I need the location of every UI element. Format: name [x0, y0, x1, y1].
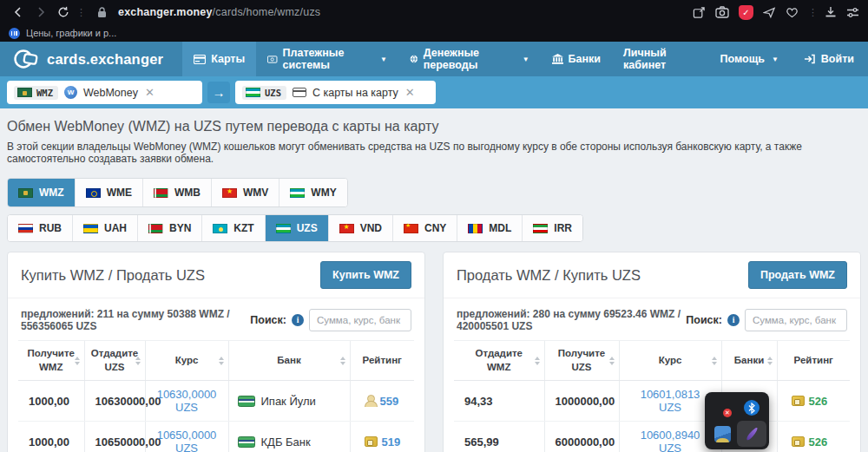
tab-byn[interactable]: BYN: [138, 215, 202, 241]
sell-panel: Продать WMZ / Купить UZS Продать WMZ пре…: [443, 252, 861, 452]
tab-label: CNY: [424, 222, 446, 234]
settings-sliders-icon[interactable]: [846, 7, 859, 18]
sell-search-input[interactable]: [745, 309, 847, 331]
logo-icon: [12, 49, 40, 69]
nav-item-help[interactable]: Помощь▼: [709, 42, 790, 76]
tab-label: WMZ: [39, 187, 64, 199]
col-bank[interactable]: Банк: [228, 341, 350, 381]
card-icon: [194, 55, 206, 64]
table-row[interactable]: 565,99 6000000,00 10600,8940 UZS 526: [454, 422, 850, 452]
bluetooth-icon[interactable]: [737, 395, 766, 421]
to-currency-select[interactable]: UZS С карты на карту ✕: [235, 81, 436, 104]
downloads-icon[interactable]: [825, 6, 837, 18]
nav-item-payment-systems[interactable]: Платежные системы▼: [256, 42, 398, 76]
nav-label: Карты: [211, 53, 245, 65]
site-logo[interactable]: cards.exchanger: [0, 49, 182, 69]
forward-icon[interactable]: [31, 3, 50, 22]
user-rating-icon: [365, 395, 376, 407]
info-icon[interactable]: i: [292, 314, 304, 326]
toolbar-divider: ⋮: [76, 7, 83, 18]
site-navbar: cards.exchanger Карты Платежные системы▼…: [0, 42, 868, 76]
col-get-uzs[interactable]: ПолучитеUZS: [544, 341, 619, 381]
adblock-shield-icon[interactable]: ✓: [739, 5, 753, 20]
uzbekistan-flag-icon: [276, 224, 291, 233]
tab-uah[interactable]: UAH: [73, 215, 138, 241]
tab-label: KZT: [233, 222, 253, 234]
tab-mdl[interactable]: MDL: [457, 215, 523, 241]
currency-tabs: RUB UAH BYN KZT UZS VND CNY MDL IRR: [7, 214, 583, 242]
tab-rub[interactable]: RUB: [8, 215, 73, 241]
tab-irr[interactable]: IRR: [523, 215, 582, 241]
rate-link[interactable]: 10601,0813 UZS: [641, 388, 700, 414]
col-rate[interactable]: Курс: [145, 341, 228, 381]
url-host: exchanger.money: [118, 6, 213, 18]
security-shield-icon[interactable]: ✕: [707, 395, 737, 421]
sort-icon: [609, 357, 615, 365]
rate-link[interactable]: 10600,8940 UZS: [641, 429, 700, 452]
feather-app-icon[interactable]: [737, 421, 766, 447]
col-give-uzs[interactable]: ОтдадитеUZS: [84, 341, 145, 381]
nav-label: Денежные переводы: [424, 47, 516, 71]
table-row[interactable]: 94,33 1000000,00 10601,0813 UZS 526: [454, 381, 850, 422]
col-get-wmz[interactable]: ПолучитеWMZ: [18, 341, 84, 381]
bookmark-item[interactable]: Цены, графики и р...: [26, 28, 116, 38]
buy-search-input[interactable]: [309, 309, 411, 331]
nav-item-banks[interactable]: Банки: [541, 42, 612, 76]
rating-link[interactable]: 526: [809, 436, 828, 449]
col-rating: Рейтинг: [350, 341, 414, 381]
chevron-down-icon: ▼: [523, 56, 529, 63]
lock-icon[interactable]: [92, 3, 111, 22]
vietnam-flag-icon: [222, 188, 237, 198]
tab-wme[interactable]: WME: [76, 179, 143, 206]
user-rating-icon: [365, 436, 378, 447]
share-icon[interactable]: [693, 6, 706, 19]
nav-item-cards[interactable]: Карты: [182, 42, 256, 76]
rating-link[interactable]: 519: [382, 436, 401, 449]
rating-link[interactable]: 559: [380, 395, 399, 408]
nav-item-money-transfers[interactable]: Денежные переводы▼: [398, 42, 541, 76]
col-rate[interactable]: Курс: [619, 341, 721, 381]
tab-wmy[interactable]: WMY: [279, 179, 346, 206]
reload-icon[interactable]: [54, 3, 73, 22]
tab-kzt[interactable]: KZT: [202, 215, 265, 241]
address-bar[interactable]: exchanger.money/cards/home/wmz/uzs: [118, 6, 320, 18]
direction-arrow-button[interactable]: →: [207, 82, 230, 103]
credit-card-icon: [238, 436, 255, 448]
uzbekistan-flag-icon: [290, 188, 305, 198]
tab-uzs[interactable]: UZS: [266, 215, 329, 241]
vietnam-flag-icon: [339, 224, 354, 233]
user-rating-icon: [792, 396, 805, 406]
photos-app-icon[interactable]: [707, 421, 737, 447]
tab-vnd[interactable]: VND: [329, 215, 393, 241]
login-button[interactable]: Войти: [790, 53, 868, 65]
rating-link[interactable]: 526: [809, 395, 828, 408]
clear-from-icon[interactable]: ✕: [145, 86, 155, 99]
buy-wmz-button[interactable]: Купить WMZ: [320, 261, 411, 289]
info-icon[interactable]: i: [727, 314, 740, 326]
tab-label: WME: [107, 187, 132, 199]
belarus-flag-icon: [154, 188, 168, 198]
rate-link[interactable]: 10630,0000 UZS: [157, 388, 217, 414]
banknote-icon: [267, 55, 277, 64]
wmz-flag-icon: [18, 188, 33, 198]
card-method-icon: [293, 88, 306, 97]
tab-label: WMY: [311, 187, 336, 199]
send-icon[interactable]: [763, 6, 776, 19]
screenshot-icon[interactable]: [715, 6, 729, 18]
back-icon[interactable]: [9, 3, 28, 22]
tab-wmv[interactable]: WMV: [212, 179, 279, 206]
tab-wmb[interactable]: WMB: [143, 179, 212, 206]
sort-icon: [712, 357, 717, 365]
col-give-wmz[interactable]: ОтдадитеWMZ: [454, 341, 544, 381]
table-row[interactable]: 1000,00 10630000,00 10630,0000 UZS Ипак …: [18, 381, 414, 422]
table-row[interactable]: 1000,00 10650000,00 10650,0000 UZS КДБ Б…: [18, 422, 414, 452]
sell-wmz-button[interactable]: Продать WMZ: [748, 261, 847, 289]
nav-item-account[interactable]: Личный кабинет: [612, 42, 709, 76]
from-currency-select[interactable]: WMZ W WebMoney ✕: [7, 81, 202, 104]
tab-wmz[interactable]: WMZ: [8, 179, 76, 206]
col-banks[interactable]: Банки: [721, 341, 777, 381]
clear-to-icon[interactable]: ✕: [405, 86, 415, 99]
favorites-heart-icon[interactable]: [786, 6, 799, 18]
tab-cny[interactable]: CNY: [393, 215, 457, 241]
rate-link[interactable]: 10650,0000 UZS: [157, 429, 217, 452]
